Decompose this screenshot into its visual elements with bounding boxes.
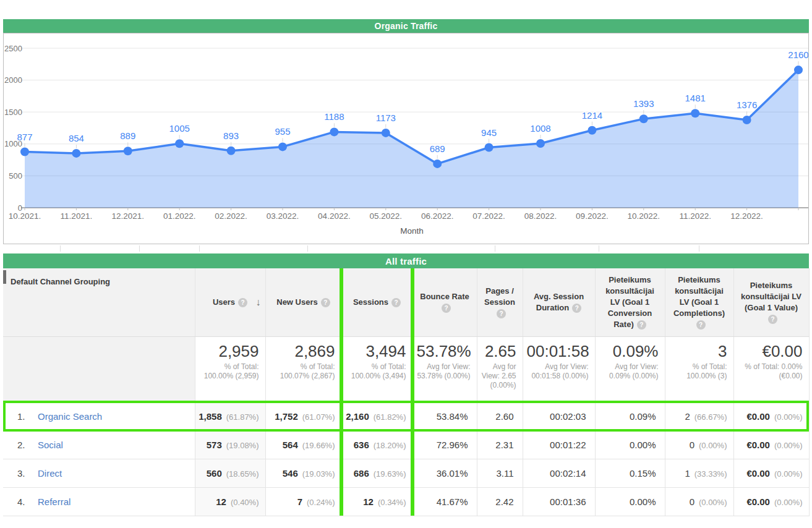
totals-goal_value: €0.00% of Total: 0.00% (€0.00) [733, 336, 809, 402]
column-header-sessions[interactable]: Sessions? [341, 268, 412, 336]
help-icon[interactable]: ? [321, 298, 330, 307]
totals-value: 3 [669, 342, 727, 360]
column-header-pages_session[interactable]: Pages / Session? [477, 268, 523, 336]
totals-goal_completions: 3% of Total: 100.00% (3) [665, 336, 733, 402]
help-icon[interactable]: ? [238, 298, 247, 307]
table-corner-marker [3, 270, 6, 284]
svg-text:12.2021.: 12.2021. [112, 211, 145, 221]
svg-text:2160: 2160 [788, 49, 808, 60]
totals-pages_session: 2.65Avg for View: 2.65 (0.00%) [477, 336, 523, 402]
help-icon[interactable]: ? [696, 320, 706, 330]
totals-bounce_rate: 53.78%Avg for View: 53.78% (0.00%) [412, 336, 477, 402]
cell-pages_session: 2.60 [477, 402, 523, 430]
cell-users: 573(19.08%) [195, 430, 265, 459]
strip-separator [199, 245, 200, 252]
table-title: All traffic [385, 256, 427, 266]
totals-value: 00:01:58 [527, 342, 589, 360]
cell-goal_value: €0.00(0.00%) [733, 487, 809, 516]
column-header-avg_duration[interactable]: Avg. Session Duration? [523, 268, 595, 336]
cell-goal_completions: 0(0.00%) [665, 487, 733, 516]
strip-separator [139, 245, 140, 252]
totals-value: 2.65 [481, 342, 516, 360]
row-rank: 3. [17, 468, 38, 479]
row-rank: 1. [17, 411, 38, 422]
column-header-channel[interactable]: Default Channel Grouping [3, 268, 195, 336]
svg-text:02.2022.: 02.2022. [215, 211, 247, 221]
column-header-goal_completions[interactable]: Pieteikums konsultācijai LV (Goal 1 Comp… [665, 268, 733, 336]
strip-separator [699, 245, 699, 252]
strip-separator [599, 245, 599, 252]
column-label: Pages / Session [484, 286, 515, 307]
column-label: Bounce Rate [420, 292, 469, 301]
totals-subtext: % of Total: 0.00% (€0.00) [738, 362, 803, 381]
cell-users: 560(18.65%) [195, 459, 265, 487]
column-header-goal_value[interactable]: Pieteikums konsultācijai LV (Goal 1 Valu… [733, 268, 809, 336]
svg-text:877: 877 [17, 132, 32, 142]
cell-avg_duration: 00:02:03 [523, 402, 595, 430]
cell-goal_value: €0.00(0.00%) [733, 402, 809, 430]
help-icon[interactable]: ? [637, 320, 646, 330]
svg-text:07.2022.: 07.2022. [472, 211, 505, 221]
svg-text:955: 955 [275, 126, 290, 137]
channel-link[interactable]: Direct [38, 468, 62, 479]
column-label: Pieteikums konsultācijai LV (Goal 1 Comp… [673, 275, 725, 318]
cell-bounce_rate: 53.84% [412, 402, 477, 430]
line-area-chart[interactable]: 0500100015002000250010.2021.11.2021.12.2… [4, 33, 808, 244]
channel-link[interactable]: Social [38, 440, 63, 450]
channel-cell: 2.Social [3, 430, 195, 459]
svg-text:1376: 1376 [737, 100, 757, 110]
help-icon[interactable]: ? [572, 304, 581, 313]
help-icon[interactable]: ? [391, 298, 401, 307]
totals-value: 2,959 [199, 342, 259, 360]
strip-separator [60, 245, 61, 252]
table-row-referral: 4.Referral12(0.40%)7(0.24%)12(0.34%)41.6… [3, 487, 809, 516]
channel-grouping-table: Default Channel GroupingUsers?↓New Users… [3, 268, 810, 516]
svg-text:06.2022.: 06.2022. [421, 211, 454, 221]
column-header-new_users[interactable]: New Users? [265, 268, 341, 336]
svg-text:01.2022.: 01.2022. [163, 211, 196, 221]
cell-pages_session: 2.31 [477, 430, 523, 459]
cell-new_users: 564(19.66%) [265, 430, 341, 459]
cell-bounce_rate: 72.96% [412, 430, 477, 459]
channel-cell: 4.Referral [3, 487, 195, 516]
help-icon[interactable]: ? [768, 315, 777, 324]
svg-text:1005: 1005 [169, 123, 190, 134]
totals-value: 53.78% [417, 342, 471, 360]
cell-sessions: 636(18.20%) [341, 430, 412, 459]
chart-title-bar: Organic Traffic [3, 19, 809, 33]
svg-text:1188: 1188 [324, 111, 344, 122]
svg-text:05.2022.: 05.2022. [370, 211, 403, 221]
svg-text:889: 889 [120, 130, 135, 141]
column-header-goal_conv_rate[interactable]: Pieteikums konsultācijai LV (Goal 1 Conv… [595, 268, 665, 336]
strip-separator [495, 245, 495, 252]
channel-link[interactable]: Referral [38, 496, 71, 507]
help-icon[interactable]: ? [442, 304, 451, 313]
totals-value: 3,494 [346, 342, 406, 360]
cell-goal_value: €0.00(0.00%) [733, 459, 809, 487]
cell-sessions: 2,160(61.82%) [341, 402, 412, 430]
analytics-report: Organic Traffic 0500100015002000250010.2… [3, 19, 809, 516]
svg-text:10.2022.: 10.2022. [628, 211, 660, 221]
channel-link[interactable]: Organic Search [38, 411, 102, 422]
svg-text:12.2022.: 12.2022. [730, 211, 763, 221]
column-label: Pieteikums konsultācijai LV (Goal 1 Conv… [605, 275, 654, 329]
column-label: Sessions [353, 297, 388, 307]
cell-goal_conv_rate: 0.09% [595, 402, 665, 430]
cell-new_users: 546(19.03%) [265, 459, 341, 487]
column-label: Users [213, 297, 235, 307]
totals-value: 2,869 [270, 342, 335, 360]
svg-text:1500: 1500 [4, 108, 22, 117]
svg-text:1173: 1173 [376, 113, 396, 123]
cell-users: 12(0.40%) [195, 487, 265, 516]
organic-traffic-panel: Organic Traffic 0500100015002000250010.2… [3, 19, 809, 244]
table-totals-row: 2,959% of Total: 100.00% (2,959)2,869% o… [3, 336, 809, 402]
svg-text:Month: Month [400, 226, 424, 236]
table-title-bar: All traffic [3, 253, 809, 268]
column-header-users[interactable]: Users?↓ [195, 268, 265, 336]
svg-text:1393: 1393 [633, 98, 654, 109]
sort-desc-arrow-icon: ↓ [256, 296, 261, 307]
cell-pages_session: 3.11 [477, 459, 523, 487]
table-row-direct: 3.Direct560(18.65%)546(19.03%)686(19.63%… [3, 459, 809, 487]
column-header-bounce_rate[interactable]: Bounce Rate? [412, 268, 477, 336]
help-icon[interactable]: ? [497, 309, 506, 318]
